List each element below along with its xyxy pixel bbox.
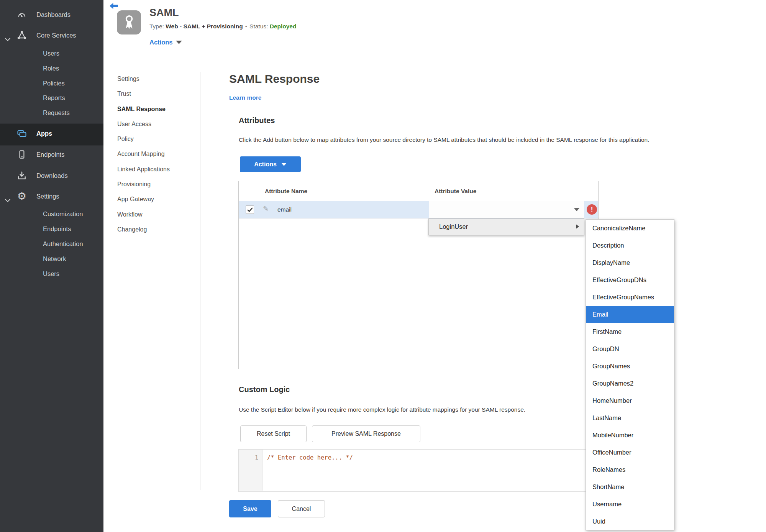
header-actions-menu[interactable]: Actions xyxy=(149,39,182,46)
sidebar-item-authentication[interactable]: Authentication xyxy=(0,237,103,251)
sidebar-item-label: Core Services xyxy=(36,28,76,42)
submenu-item-effectivegroupnames[interactable]: EffectiveGroupNames xyxy=(586,289,674,306)
type-label: Type: xyxy=(149,23,164,30)
submenu-item-groupdn[interactable]: GroupDN xyxy=(586,340,674,358)
reset-script-button[interactable]: Reset Script xyxy=(240,425,307,442)
tab-policy[interactable]: Policy xyxy=(103,131,199,146)
tab-provisioning[interactable]: Provisioning xyxy=(103,177,199,192)
download-icon xyxy=(16,170,28,181)
sidebar-item-settings[interactable]: ⚙ Settings xyxy=(0,189,103,203)
sidebar-item-apps[interactable]: Apps xyxy=(0,126,103,140)
sidebar-item-label: Dashboards xyxy=(36,8,71,21)
sidebar-item-reports[interactable]: Reports xyxy=(0,91,103,105)
save-button[interactable]: Save xyxy=(229,500,271,517)
sidebar-item-dashboards[interactable]: Dashboards xyxy=(0,8,103,21)
row-checkbox[interactable] xyxy=(246,205,254,214)
cancel-button[interactable]: Cancel xyxy=(278,500,325,517)
attributes-description: Click the Add button below to map attrib… xyxy=(239,136,650,143)
submenu-item-officenumber[interactable]: OfficeNumber xyxy=(586,444,674,461)
tab-saml-response[interactable]: SAML Response xyxy=(103,102,199,117)
submenu-item-rolenames[interactable]: RoleNames xyxy=(586,461,674,478)
submenu-item-groupnames2[interactable]: GroupNames2 xyxy=(586,375,674,392)
sidebar-item-label: Users xyxy=(43,267,59,281)
tab-trust[interactable]: Trust xyxy=(103,86,199,101)
actions-button-label: Actions xyxy=(254,161,277,168)
sidebar-item-core-services[interactable]: Core Services xyxy=(0,28,103,42)
sidebar-item-customization[interactable]: Customization xyxy=(0,207,103,221)
sidebar-item-downloads[interactable]: Downloads xyxy=(0,169,103,182)
submenu-item-effectivegroupdns[interactable]: EffectiveGroupDNs xyxy=(586,271,674,289)
endpoints-icon xyxy=(16,149,28,160)
tab-changelog[interactable]: Changelog xyxy=(103,222,199,237)
submenu-item-mobilenumber[interactable]: MobileNumber xyxy=(586,427,674,444)
submenu-item-uuid[interactable]: Uuid xyxy=(586,513,674,530)
attribute-value-dropdown[interactable] xyxy=(429,201,584,218)
dropdown-menu-loginuser[interactable]: LoginUser xyxy=(428,218,584,235)
sidebar-item-endpoints[interactable]: Endpoints xyxy=(0,148,103,161)
submenu-item-username[interactable]: Username xyxy=(586,496,674,513)
column-header-attribute-name: Attribute Name xyxy=(265,181,307,201)
tab-user-access[interactable]: User Access xyxy=(103,117,199,131)
column-header-attribute-value: Attribute Value xyxy=(435,181,476,201)
tab-account-mapping[interactable]: Account Mapping xyxy=(103,146,199,161)
sidebar-item-network[interactable]: Network xyxy=(0,252,103,266)
meta-dot: • xyxy=(243,23,249,30)
sidebar-item-roles[interactable]: Roles xyxy=(0,61,103,75)
table-row[interactable]: ✎ email ! xyxy=(239,201,598,218)
submenu-item-description[interactable]: Description xyxy=(586,237,674,254)
sidebar-item-label: Network xyxy=(43,252,66,266)
chevron-down-icon[interactable] xyxy=(5,33,11,47)
apps-icon xyxy=(16,128,28,139)
page-title: SAML xyxy=(149,7,179,19)
submenu-item-lastname[interactable]: LastName xyxy=(586,409,674,427)
submenu-item-homenumber[interactable]: HomeNumber xyxy=(586,392,674,409)
app-meta: Type: Web - SAML + Provisioning•Status: … xyxy=(149,23,296,30)
sidebar-item-users[interactable]: Users xyxy=(0,46,103,60)
submenu-arrow-icon xyxy=(576,224,579,229)
sidebar-item-label: Customization xyxy=(43,207,83,221)
chevron-down-icon[interactable] xyxy=(5,194,11,208)
line-number: 1 xyxy=(255,454,258,461)
column-divider xyxy=(429,181,429,201)
sidebar-item-users-settings[interactable]: Users xyxy=(0,267,103,281)
sidebar-item-label: Endpoints xyxy=(36,148,64,161)
sidebar-item-label: Downloads xyxy=(36,169,68,182)
sidebar-item-policies[interactable]: Policies xyxy=(0,76,103,90)
saml-app-icon xyxy=(117,10,141,34)
submenu-item-shortname[interactable]: ShortName xyxy=(586,478,674,496)
attribute-submenu: CanonicalizeName Description DisplayName… xyxy=(586,219,674,530)
core-services-icon xyxy=(16,30,28,41)
subnav-divider xyxy=(200,72,200,490)
status-badge: Deployed xyxy=(270,23,297,30)
attributes-actions-button[interactable]: Actions xyxy=(240,156,301,172)
submenu-item-groupnames[interactable]: GroupNames xyxy=(586,358,674,375)
submenu-item-email[interactable]: Email xyxy=(586,306,674,323)
dropdown-item-label: LoginUser xyxy=(439,219,468,234)
app-subnav: Settings Trust SAML Response User Access… xyxy=(103,71,199,237)
tab-settings[interactable]: Settings xyxy=(103,71,199,86)
sidebar-item-label: Roles xyxy=(43,61,59,75)
submenu-item-firstname[interactable]: FirstName xyxy=(586,323,674,340)
gear-icon: ⚙ xyxy=(16,190,28,202)
gauge-icon xyxy=(16,9,28,20)
sidebar-item-label: Policies xyxy=(43,76,65,90)
learn-more-link[interactable]: Learn more xyxy=(229,94,261,101)
app-header: SAML Type: Web - SAML + Provisioning•Sta… xyxy=(103,0,766,57)
sidebar-item-label: Apps xyxy=(36,126,52,140)
submenu-item-displayname[interactable]: DisplayName xyxy=(586,254,674,271)
sidebar-item-label: Authentication xyxy=(43,237,83,251)
preview-saml-response-button[interactable]: Preview SAML Response xyxy=(312,425,420,442)
sidebar-item-requests[interactable]: Requests xyxy=(0,106,103,120)
back-arrow-icon[interactable] xyxy=(109,3,118,10)
script-editor[interactable]: 1 /* Enter code here... */ xyxy=(238,449,599,492)
tab-workflow[interactable]: Workflow xyxy=(103,207,199,222)
sidebar-item-endpoints-settings[interactable]: Endpoints xyxy=(0,222,103,236)
error-icon: ! xyxy=(587,204,597,215)
edit-pencil-icon[interactable]: ✎ xyxy=(263,205,269,213)
tab-app-gateway[interactable]: App Gateway xyxy=(103,192,199,207)
submenu-item-canonicalizename[interactable]: CanonicalizeName xyxy=(586,220,674,237)
chevron-down-icon xyxy=(574,208,579,211)
section-title: SAML Response xyxy=(229,72,320,85)
tab-linked-applications[interactable]: Linked Applications xyxy=(103,162,199,177)
attribute-name-cell: email xyxy=(277,201,292,218)
